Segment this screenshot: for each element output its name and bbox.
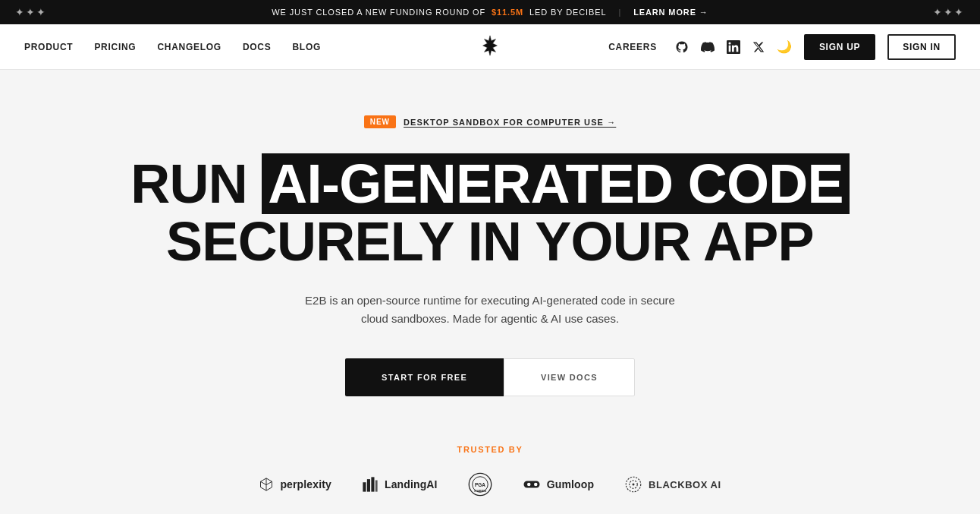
view-docs-button[interactable]: VIEW DOCS <box>504 358 635 396</box>
svg-rect-11 <box>534 483 538 487</box>
signin-button[interactable]: SIGN IN <box>887 34 956 60</box>
hero-title-line1: RUN AI-GENERATED CODE <box>130 156 850 213</box>
gumloop-logo: Gumloop <box>523 475 594 494</box>
svg-rect-4 <box>375 481 378 492</box>
gumloop-icon <box>523 475 541 494</box>
funding-amount: $11.5M <box>492 8 523 17</box>
landingai-icon <box>362 476 378 493</box>
new-badge: NEW <box>364 115 396 128</box>
svg-rect-2 <box>367 479 370 492</box>
svg-rect-3 <box>371 478 374 492</box>
perplexity-icon <box>259 477 274 492</box>
theme-toggle-button[interactable]: 🌙 <box>777 39 792 54</box>
nav-pricing[interactable]: PRICING <box>94 42 136 52</box>
main-content: NEW DESKTOP SANDBOX FOR COMPUTER USE → R… <box>0 70 980 514</box>
announcement-text-after: LED BY DECIBEL <box>529 8 606 17</box>
pga-logo: PGA OF AMERICA <box>468 472 492 497</box>
pga-icon: PGA OF AMERICA <box>468 472 492 497</box>
decorative-right: ✦✦✦ <box>933 6 965 18</box>
landingai-text: LandingAI <box>385 478 438 490</box>
trusted-logos: perplexity LandingAI PGA OF AMERICA <box>259 472 721 497</box>
svg-text:PGA: PGA <box>475 482 485 487</box>
nav-left: PRODUCT PRICING CHANGELOG DOCS BLOG <box>24 42 321 52</box>
logo-icon <box>479 34 501 57</box>
twitter-x-icon[interactable] <box>752 41 765 53</box>
github-icon[interactable] <box>675 40 689 54</box>
nav-docs[interactable]: DOCS <box>243 42 272 52</box>
signup-button[interactable]: SIGN UP <box>804 34 875 60</box>
linkedin-icon[interactable] <box>727 40 740 54</box>
landingai-logo: LandingAI <box>362 476 438 493</box>
gumloop-text: Gumloop <box>547 478 594 490</box>
blackboxai-logo: BLACKBOX AI <box>624 475 721 494</box>
hero-title-highlight: AI-GENERATED CODE <box>262 153 849 214</box>
blackboxai-icon <box>624 475 642 494</box>
cta-buttons: START FOR FREE VIEW DOCS <box>345 358 635 396</box>
svg-rect-1 <box>363 482 366 491</box>
careers-link[interactable]: CAREERS <box>608 42 657 52</box>
hero-title-prefix: RUN <box>130 153 262 214</box>
discord-icon[interactable] <box>701 40 715 54</box>
hero-subtitle: E2B is an open-source runtime for execut… <box>305 292 675 328</box>
navbar-logo[interactable] <box>479 34 501 60</box>
trusted-section: TRUSTED BY perplexity Landing <box>259 445 721 497</box>
trusted-label: TRUSTED BY <box>457 445 523 454</box>
announcement-bar: ✦✦✦ WE JUST CLOSED A NEW FUNDING ROUND O… <box>0 0 980 24</box>
announcement-link-text: DESKTOP SANDBOX FOR COMPUTER USE → <box>404 118 616 127</box>
svg-text:OF AMERICA: OF AMERICA <box>474 490 486 493</box>
announcement-text-before: WE JUST CLOSED A NEW FUNDING ROUND OF <box>272 8 485 17</box>
decorative-left: ✦✦✦ <box>15 6 47 18</box>
svg-point-14 <box>633 484 635 486</box>
svg-rect-10 <box>527 483 531 487</box>
nav-right: CAREERS 🌙 SIGN UP SIGN IN <box>608 34 956 60</box>
blackboxai-text: BLACKBOX AI <box>649 479 721 490</box>
perplexity-text: perplexity <box>280 478 331 490</box>
hero-title-line2: SECURELY IN YOUR APP <box>130 213 850 271</box>
learn-more-link[interactable]: LEARN MORE → <box>633 8 708 17</box>
divider: | <box>618 8 621 17</box>
start-for-free-button[interactable]: START FOR FREE <box>345 358 504 396</box>
nav-changelog[interactable]: CHANGELOG <box>157 42 221 52</box>
navbar: PRODUCT PRICING CHANGELOG DOCS BLOG CARE… <box>0 24 980 70</box>
perplexity-logo: perplexity <box>259 477 331 492</box>
nav-blog[interactable]: BLOG <box>292 42 321 52</box>
nav-product[interactable]: PRODUCT <box>24 42 73 52</box>
hero-heading: RUN AI-GENERATED CODE SECURELY IN YOUR A… <box>130 156 850 270</box>
announcement-link[interactable]: NEW DESKTOP SANDBOX FOR COMPUTER USE → <box>364 115 617 128</box>
